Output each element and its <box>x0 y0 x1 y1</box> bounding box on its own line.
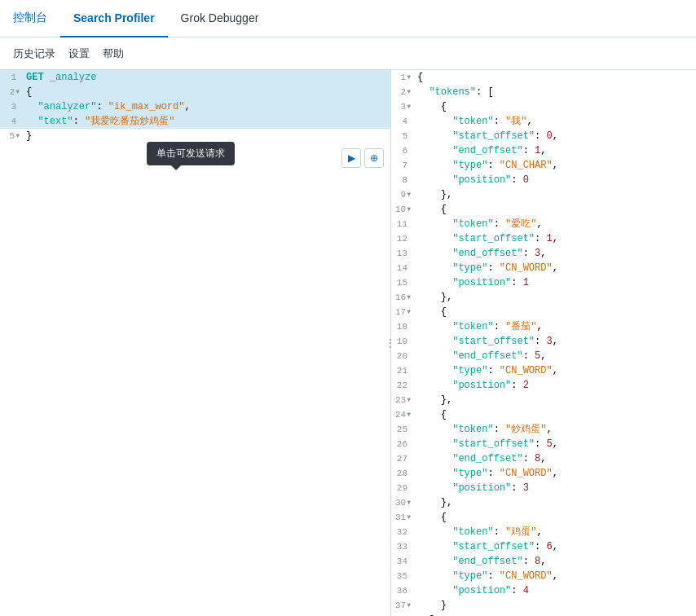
code-line: 32 "token": "鸡蛋", <box>391 525 696 539</box>
line-number-arrow: 37▼ <box>391 598 414 613</box>
subnav-settings[interactable]: 设置 <box>68 46 90 61</box>
line-code: { <box>414 202 696 217</box>
fold-arrow[interactable]: ▼ <box>407 70 411 85</box>
fold-arrow[interactable]: ▼ <box>407 99 411 114</box>
code-line: 18 "token": "番茄", <box>391 319 696 334</box>
fold-arrow[interactable]: ▼ <box>407 187 411 202</box>
code-line: 30▼ }, <box>391 495 696 510</box>
code-line: 26 "start_offset": 5, <box>391 437 696 451</box>
line-num-text: 30 <box>395 495 406 510</box>
editor-toolbar: ▶ ⊕ <box>341 148 384 168</box>
code-line: 15 "position": 1 <box>391 275 696 290</box>
line-code: "type": "CN_CHAR", <box>414 158 696 173</box>
code-line: 25 "token": "炒鸡蛋", <box>391 422 696 437</box>
line-number: 26 <box>391 437 414 451</box>
line-num-text: 5 <box>10 129 15 143</box>
line-number: 4 <box>0 114 23 129</box>
line-number-arrow: 1▼ <box>391 70 414 85</box>
sub-navigation: 历史记录 设置 帮助 <box>0 37 696 70</box>
line-code: "type": "CN_WORD", <box>414 363 696 378</box>
endpoint: _analyze <box>50 72 97 83</box>
code-line: 19 "start_offset": 3, <box>391 334 696 349</box>
line-code: }, <box>414 393 696 407</box>
code-line: 3 "analyzer": "ik_max_word", <box>0 99 390 114</box>
code-line: 23▼ }, <box>391 393 696 407</box>
line-number: 12 <box>391 231 414 246</box>
fold-arrow[interactable]: ▼ <box>407 510 411 525</box>
line-number: 5 <box>391 129 414 143</box>
line-number: 21 <box>391 363 414 378</box>
tab-grok-debugger[interactable]: Grok Debugger <box>168 0 272 37</box>
line-number: 29 <box>391 481 414 495</box>
fold-arrow[interactable]: ▼ <box>407 598 411 613</box>
line-number: 3 <box>0 99 23 114</box>
line-number-arrow: 38▼ <box>391 613 414 616</box>
copy-button[interactable]: ⊕ <box>364 148 384 168</box>
line-number-arrow: 2▼ <box>391 85 414 99</box>
line-number: 36 <box>391 583 414 598</box>
line-code: "start_offset": 1, <box>414 231 696 246</box>
line-number: 35 <box>391 569 414 583</box>
line-code: "type": "CN_WORD", <box>414 569 696 583</box>
line-number-arrow: 2▼ <box>0 85 23 99</box>
line-code: "position": 0 <box>414 173 696 187</box>
line-code: "start_offset": 0, <box>414 129 696 143</box>
code-line: 9▼ }, <box>391 187 696 202</box>
line-num-text: 10 <box>395 202 406 217</box>
line-code: "tokens": [ <box>414 85 696 99</box>
fold-arrow[interactable]: ▼ <box>15 85 20 99</box>
fold-arrow[interactable]: ▼ <box>407 613 411 616</box>
line-number: 15 <box>391 275 414 290</box>
tab-console[interactable]: 控制台 <box>0 0 60 37</box>
fold-arrow[interactable]: ▼ <box>407 393 411 407</box>
fold-arrow[interactable]: ▼ <box>407 495 411 510</box>
line-number: 14 <box>391 261 414 275</box>
line-num-text: 2 <box>10 85 15 99</box>
fold-arrow[interactable]: ▼ <box>407 85 411 99</box>
subnav-help[interactable]: 帮助 <box>103 46 124 61</box>
code-line: 12 "start_offset": 1, <box>391 231 696 246</box>
line-number: 13 <box>391 246 414 261</box>
code-line: 34 "end_offset": 8, <box>391 554 696 569</box>
line-number-arrow: 3▼ <box>391 99 414 114</box>
right-code-output: 1▼{2▼ "tokens": [3▼ {4 "token": "我",5 "s… <box>391 70 696 616</box>
code-line: 29 "position": 3 <box>391 481 696 495</box>
line-number-arrow: 23▼ <box>391 393 414 407</box>
tooltip-text: 单击可发送请求 <box>147 142 235 165</box>
line-number-arrow: 16▼ <box>391 290 414 305</box>
fold-arrow[interactable]: ▼ <box>407 290 411 305</box>
line-code: "start_offset": 5, <box>414 437 696 451</box>
code-line: 2▼ "tokens": [ <box>391 85 696 99</box>
code-line: 11 "token": "爱吃", <box>391 217 696 231</box>
code-line: 36 "position": 4 <box>391 583 696 598</box>
fold-arrow[interactable]: ▼ <box>407 305 411 319</box>
line-code: "token": "番茄", <box>414 319 696 334</box>
line-code: "position": 2 <box>414 378 696 393</box>
code-line: 33 "start_offset": 6, <box>391 539 696 554</box>
line-num-text: 31 <box>395 510 406 525</box>
fold-arrow[interactable]: ▼ <box>15 129 20 143</box>
line-code: "token": "爱吃", <box>414 217 696 231</box>
fold-arrow[interactable]: ▼ <box>407 407 411 422</box>
line-code: "token": "鸡蛋", <box>414 525 696 539</box>
line-number-arrow: 5▼ <box>0 129 23 143</box>
run-button[interactable]: ▶ <box>341 148 361 168</box>
code-line: 1▼{ <box>391 70 696 85</box>
line-code: "end_offset": 3, <box>414 246 696 261</box>
line-code: }, <box>414 187 696 202</box>
left-editor-panel: 单击可发送请求 ▶ ⊕ 1GET _analyze2▼{3 "analyzer"… <box>0 70 391 616</box>
main-content: 单击可发送请求 ▶ ⊕ 1GET _analyze2▼{3 "analyzer"… <box>0 70 696 616</box>
code-line: 17▼ { <box>391 305 696 319</box>
subnav-history[interactable]: 历史记录 <box>13 46 55 61</box>
tab-search-profiler[interactable]: Search Profiler <box>60 0 168 37</box>
line-number: 32 <box>391 525 414 539</box>
code-line: 7 "type": "CN_CHAR", <box>391 158 696 173</box>
line-num-text: 16 <box>395 290 406 305</box>
line-num-text: 38 <box>395 613 406 616</box>
code-line: 16▼ }, <box>391 290 696 305</box>
panel-resize-handle[interactable]: ⋮ <box>385 331 395 355</box>
line-number: 27 <box>391 451 414 466</box>
fold-arrow[interactable]: ▼ <box>407 202 411 217</box>
line-code: "position": 4 <box>414 583 696 598</box>
line-code: "end_offset": 8, <box>414 554 696 569</box>
